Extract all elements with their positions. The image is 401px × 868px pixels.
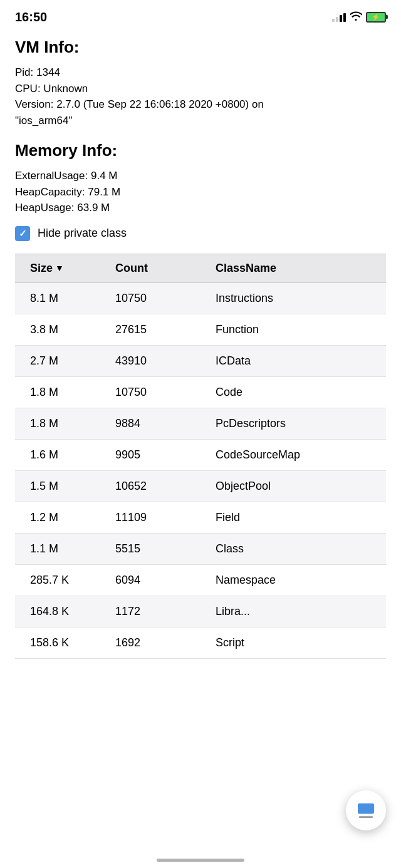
memory-info-section: Memory Info: ExternalUsage: 9.4 M HeapCa… — [15, 141, 386, 216]
fab-icon — [356, 802, 376, 819]
table-row[interactable]: 158.6 K 1692 Script — [15, 628, 386, 659]
table-row[interactable]: 164.8 K 1172 Libra... — [15, 596, 386, 628]
version-line: Version: 2.7.0 (Tue Sep 22 16:06:18 2020… — [15, 96, 386, 113]
cell-classname: Instructions — [209, 292, 386, 305]
cell-size: 1.5 M — [15, 480, 109, 493]
cell-classname: ObjectPool — [209, 480, 386, 493]
table-row[interactable]: 1.8 M 10750 Code — [15, 377, 386, 408]
cell-size: 1.8 M — [15, 386, 109, 399]
table-row[interactable]: 1.1 M 5515 Class — [15, 534, 386, 565]
external-value: 9.4 M — [91, 170, 118, 182]
cell-classname: Class — [209, 542, 386, 555]
cell-count: 9905 — [109, 448, 209, 462]
cell-count: 43910 — [109, 354, 209, 368]
cell-classname: CodeSourceMap — [209, 448, 386, 462]
heap-capacity-line: HeapCapacity: 79.1 M — [15, 184, 386, 200]
svg-rect-1 — [359, 816, 373, 818]
cell-size: 8.1 M — [15, 292, 109, 305]
wifi-icon — [350, 11, 362, 23]
status-bar: 16:50 ⚡ — [0, 0, 401, 31]
table-row[interactable]: 285.7 K 6094 Namespace — [15, 565, 386, 596]
header-size[interactable]: Size ▼ — [15, 262, 109, 275]
cell-classname: Field — [209, 511, 386, 524]
cell-classname: Function — [209, 323, 386, 336]
cell-size: 1.6 M — [15, 448, 109, 462]
cell-size: 1.8 M — [15, 417, 109, 430]
battery-icon: ⚡ — [366, 12, 386, 23]
cpu-label: CPU: — [15, 83, 41, 95]
cell-count: 10652 — [109, 480, 209, 493]
cell-classname: Namespace — [209, 574, 386, 587]
cell-size: 1.2 M — [15, 511, 109, 524]
heap-usage-label: HeapUsage: — [15, 202, 75, 214]
cpu-value: Unknown — [43, 83, 88, 95]
sort-arrow-icon: ▼ — [55, 263, 64, 273]
heap-usage-line: HeapUsage: 63.9 M — [15, 200, 386, 216]
pid-label: Pid: — [15, 66, 33, 78]
cell-classname: Script — [209, 636, 386, 649]
pid-value: 1344 — [36, 66, 60, 78]
cell-count: 10750 — [109, 386, 209, 399]
cell-size: 2.7 M — [15, 354, 109, 368]
cell-count: 1692 — [109, 636, 209, 649]
status-time: 16:50 — [15, 10, 47, 24]
cell-count: 27615 — [109, 323, 209, 336]
class-table: Size ▼ Count ClassName 8.1 M 10750 Instr… — [15, 254, 386, 659]
hide-private-class-row[interactable]: ✓ Hide private class — [15, 226, 386, 241]
signal-icon — [332, 12, 346, 22]
heap-capacity-label: HeapCapacity: — [15, 186, 85, 198]
version-label: Version: — [15, 98, 53, 110]
home-indicator — [157, 859, 244, 862]
memory-info-title: Memory Info: — [15, 141, 386, 160]
cell-size: 285.7 K — [15, 574, 109, 587]
cell-size: 1.1 M — [15, 542, 109, 555]
table-row[interactable]: 3.8 M 27615 Function — [15, 314, 386, 346]
heap-capacity-value: 79.1 M — [88, 186, 120, 198]
header-count[interactable]: Count — [109, 262, 209, 275]
version-value: 2.7.0 (Tue Sep 22 16:06:18 2020 +0800) o… — [56, 98, 264, 110]
cell-count: 10750 — [109, 292, 209, 305]
status-icons: ⚡ — [332, 11, 386, 23]
vm-info-title: VM Info: — [15, 38, 386, 57]
cell-classname: Code — [209, 386, 386, 399]
table-row[interactable]: 2.7 M 43910 ICData — [15, 346, 386, 377]
main-content: VM Info: Pid: 1344 CPU: Unknown Version:… — [0, 31, 401, 659]
svg-rect-0 — [358, 803, 374, 814]
cell-size: 164.8 K — [15, 605, 109, 618]
cell-classname: PcDescriptors — [209, 417, 386, 430]
table-body: 8.1 M 10750 Instructions 3.8 M 27615 Fun… — [15, 283, 386, 659]
table-row[interactable]: 1.2 M 11109 Field — [15, 502, 386, 534]
cpu-line: CPU: Unknown — [15, 81, 386, 97]
cell-count: 6094 — [109, 574, 209, 587]
cell-count: 5515 — [109, 542, 209, 555]
table-row[interactable]: 1.6 M 9905 CodeSourceMap — [15, 440, 386, 471]
fab-button[interactable] — [346, 790, 386, 830]
external-label: ExternalUsage: — [15, 170, 88, 182]
cell-classname: Libra... — [209, 605, 386, 618]
version-platform: "ios_arm64" — [15, 113, 386, 129]
external-usage-line: ExternalUsage: 9.4 M — [15, 168, 386, 184]
heap-usage-value: 63.9 M — [77, 202, 110, 214]
battery-bolt: ⚡ — [372, 13, 380, 21]
table-row[interactable]: 1.8 M 9884 PcDescriptors — [15, 408, 386, 440]
table-row[interactable]: 1.5 M 10652 ObjectPool — [15, 471, 386, 502]
cell-size: 3.8 M — [15, 323, 109, 336]
cell-count: 9884 — [109, 417, 209, 430]
header-classname[interactable]: ClassName — [209, 262, 386, 275]
table-header: Size ▼ Count ClassName — [15, 254, 386, 283]
hide-private-class-checkbox[interactable]: ✓ — [15, 226, 30, 241]
cell-count: 1172 — [109, 605, 209, 618]
checkmark-icon: ✓ — [19, 228, 27, 239]
cell-count: 11109 — [109, 511, 209, 524]
cell-classname: ICData — [209, 354, 386, 368]
vm-info-section: VM Info: Pid: 1344 CPU: Unknown Version:… — [15, 38, 386, 128]
table-row[interactable]: 8.1 M 10750 Instructions — [15, 283, 386, 314]
hide-private-class-label: Hide private class — [38, 227, 127, 240]
pid-line: Pid: 1344 — [15, 65, 386, 81]
cell-size: 158.6 K — [15, 636, 109, 649]
